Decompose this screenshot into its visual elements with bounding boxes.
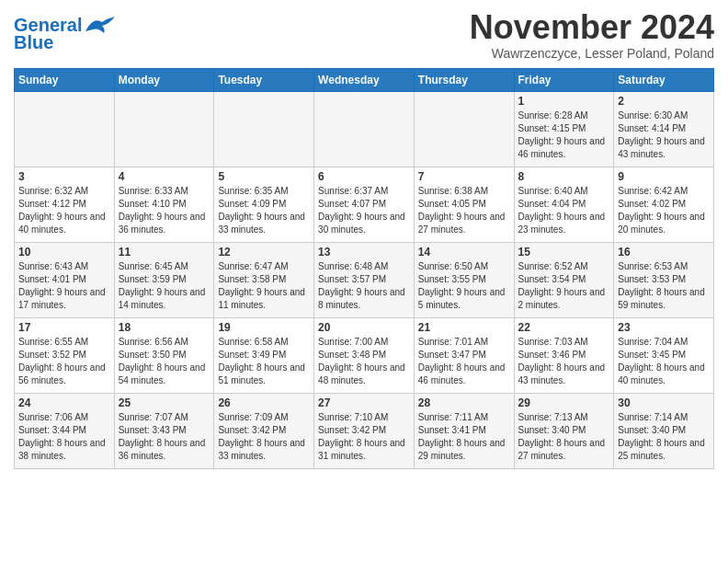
day-number: 15 [518, 246, 610, 259]
calendar-week-row: 10Sunrise: 6:43 AM Sunset: 4:01 PM Dayli… [15, 242, 714, 317]
day-number: 4 [119, 170, 210, 183]
weekday-header: Tuesday [214, 68, 314, 91]
day-info: Sunrise: 7:04 AM Sunset: 3:45 PM Dayligh… [618, 336, 710, 387]
calendar-cell: 17Sunrise: 6:55 AM Sunset: 3:52 PM Dayli… [15, 317, 115, 393]
weekday-header: Thursday [414, 68, 514, 91]
calendar-cell: 28Sunrise: 7:11 AM Sunset: 3:41 PM Dayli… [414, 393, 514, 468]
day-info: Sunrise: 7:11 AM Sunset: 3:41 PM Dayligh… [418, 411, 510, 463]
day-number: 22 [518, 321, 610, 334]
day-number: 1 [518, 95, 610, 108]
day-number: 19 [218, 321, 310, 334]
day-number: 9 [618, 170, 710, 183]
day-number: 6 [318, 170, 410, 183]
weekday-header: Friday [514, 68, 614, 91]
calendar-cell: 23Sunrise: 7:04 AM Sunset: 3:45 PM Dayli… [614, 317, 714, 393]
day-number: 29 [518, 396, 610, 409]
day-number: 26 [218, 396, 310, 409]
day-info: Sunrise: 7:09 AM Sunset: 3:42 PM Dayligh… [218, 411, 310, 463]
day-number: 10 [18, 246, 110, 259]
calendar-week-row: 24Sunrise: 7:06 AM Sunset: 3:44 PM Dayli… [15, 393, 714, 468]
day-info: Sunrise: 7:06 AM Sunset: 3:44 PM Dayligh… [18, 411, 110, 463]
weekday-header: Sunday [15, 68, 115, 91]
day-info: Sunrise: 6:37 AM Sunset: 4:07 PM Dayligh… [318, 185, 410, 236]
day-number: 30 [618, 396, 710, 409]
day-number: 14 [418, 246, 510, 259]
calendar-cell: 29Sunrise: 7:13 AM Sunset: 3:40 PM Dayli… [514, 393, 614, 468]
calendar-cell: 26Sunrise: 7:09 AM Sunset: 3:42 PM Dayli… [214, 393, 314, 468]
calendar-table: SundayMondayTuesdayWednesdayThursdayFrid… [14, 68, 714, 469]
day-number: 3 [18, 170, 110, 183]
calendar-cell: 15Sunrise: 6:52 AM Sunset: 3:54 PM Dayli… [514, 242, 614, 317]
day-number: 17 [18, 321, 110, 334]
calendar-cell: 13Sunrise: 6:48 AM Sunset: 3:57 PM Dayli… [314, 242, 415, 317]
day-info: Sunrise: 6:48 AM Sunset: 3:57 PM Dayligh… [318, 260, 410, 312]
month-title: November 2024 [470, 9, 714, 46]
calendar-week-row: 1Sunrise: 6:28 AM Sunset: 4:15 PM Daylig… [15, 91, 714, 167]
day-info: Sunrise: 6:58 AM Sunset: 3:49 PM Dayligh… [218, 336, 310, 387]
day-info: Sunrise: 6:38 AM Sunset: 4:05 PM Dayligh… [418, 185, 510, 236]
day-number: 11 [119, 246, 210, 259]
day-number: 13 [318, 246, 410, 259]
calendar-cell [414, 91, 514, 167]
calendar-cell: 9Sunrise: 6:42 AM Sunset: 4:02 PM Daylig… [614, 167, 714, 242]
day-info: Sunrise: 6:30 AM Sunset: 4:14 PM Dayligh… [618, 109, 710, 161]
weekday-header: Saturday [614, 68, 714, 91]
day-number: 2 [618, 95, 710, 108]
day-info: Sunrise: 7:13 AM Sunset: 3:40 PM Dayligh… [518, 411, 610, 463]
calendar-cell: 2Sunrise: 6:30 AM Sunset: 4:14 PM Daylig… [614, 91, 714, 167]
calendar-cell: 20Sunrise: 7:00 AM Sunset: 3:48 PM Dayli… [314, 317, 415, 393]
calendar-week-row: 3Sunrise: 6:32 AM Sunset: 4:12 PM Daylig… [15, 167, 714, 242]
calendar-cell: 8Sunrise: 6:40 AM Sunset: 4:04 PM Daylig… [514, 167, 614, 242]
location: Wawrzenczyce, Lesser Poland, Poland [470, 46, 714, 61]
day-number: 5 [218, 170, 310, 183]
day-info: Sunrise: 7:01 AM Sunset: 3:47 PM Dayligh… [418, 336, 510, 387]
day-number: 24 [18, 396, 110, 409]
day-info: Sunrise: 7:00 AM Sunset: 3:48 PM Dayligh… [318, 336, 410, 387]
calendar-cell: 18Sunrise: 6:56 AM Sunset: 3:50 PM Dayli… [114, 317, 214, 393]
day-number: 25 [119, 396, 210, 409]
day-info: Sunrise: 6:45 AM Sunset: 3:59 PM Dayligh… [119, 260, 210, 312]
logo-bird-icon [84, 15, 117, 35]
day-info: Sunrise: 6:32 AM Sunset: 4:12 PM Dayligh… [18, 185, 110, 236]
calendar-header: SundayMondayTuesdayWednesdayThursdayFrid… [15, 68, 714, 91]
day-info: Sunrise: 6:40 AM Sunset: 4:04 PM Dayligh… [518, 185, 610, 236]
calendar-cell: 5Sunrise: 6:35 AM Sunset: 4:09 PM Daylig… [214, 167, 314, 242]
calendar-cell: 7Sunrise: 6:38 AM Sunset: 4:05 PM Daylig… [414, 167, 514, 242]
logo-blue: Blue [14, 33, 53, 52]
calendar-cell: 30Sunrise: 7:14 AM Sunset: 3:40 PM Dayli… [614, 393, 714, 468]
day-number: 16 [618, 246, 710, 259]
calendar-cell: 1Sunrise: 6:28 AM Sunset: 4:15 PM Daylig… [514, 91, 614, 167]
day-number: 21 [418, 321, 510, 334]
calendar-cell: 24Sunrise: 7:06 AM Sunset: 3:44 PM Dayli… [15, 393, 115, 468]
day-number: 27 [318, 396, 410, 409]
day-info: Sunrise: 7:07 AM Sunset: 3:43 PM Dayligh… [119, 411, 210, 463]
day-info: Sunrise: 6:42 AM Sunset: 4:02 PM Dayligh… [618, 185, 710, 236]
calendar-cell [314, 91, 415, 167]
day-number: 12 [218, 246, 310, 259]
day-info: Sunrise: 6:33 AM Sunset: 4:10 PM Dayligh… [119, 185, 210, 236]
day-info: Sunrise: 6:50 AM Sunset: 3:55 PM Dayligh… [418, 260, 510, 312]
calendar-cell: 19Sunrise: 6:58 AM Sunset: 3:49 PM Dayli… [214, 317, 314, 393]
day-number: 28 [418, 396, 510, 409]
calendar-cell: 22Sunrise: 7:03 AM Sunset: 3:46 PM Dayli… [514, 317, 614, 393]
calendar-cell: 12Sunrise: 6:47 AM Sunset: 3:58 PM Dayli… [214, 242, 314, 317]
day-number: 23 [618, 321, 710, 334]
day-number: 7 [418, 170, 510, 183]
calendar-cell: 16Sunrise: 6:53 AM Sunset: 3:53 PM Dayli… [614, 242, 714, 317]
day-info: Sunrise: 6:52 AM Sunset: 3:54 PM Dayligh… [518, 260, 610, 312]
day-info: Sunrise: 6:53 AM Sunset: 3:53 PM Dayligh… [618, 260, 710, 312]
day-info: Sunrise: 7:10 AM Sunset: 3:42 PM Dayligh… [318, 411, 410, 463]
day-info: Sunrise: 6:56 AM Sunset: 3:50 PM Dayligh… [119, 336, 210, 387]
calendar-cell [15, 91, 115, 167]
day-number: 8 [518, 170, 610, 183]
day-info: Sunrise: 6:35 AM Sunset: 4:09 PM Dayligh… [218, 185, 310, 236]
title-area: November 2024 Wawrzenczyce, Lesser Polan… [470, 9, 714, 61]
calendar-cell: 27Sunrise: 7:10 AM Sunset: 3:42 PM Dayli… [314, 393, 415, 468]
calendar-cell: 11Sunrise: 6:45 AM Sunset: 3:59 PM Dayli… [114, 242, 214, 317]
calendar-body: 1Sunrise: 6:28 AM Sunset: 4:15 PM Daylig… [15, 91, 714, 468]
calendar-cell: 25Sunrise: 7:07 AM Sunset: 3:43 PM Dayli… [114, 393, 214, 468]
day-info: Sunrise: 7:03 AM Sunset: 3:46 PM Dayligh… [518, 336, 610, 387]
day-number: 18 [119, 321, 210, 334]
calendar-cell: 14Sunrise: 6:50 AM Sunset: 3:55 PM Dayli… [414, 242, 514, 317]
day-number: 20 [318, 321, 410, 334]
